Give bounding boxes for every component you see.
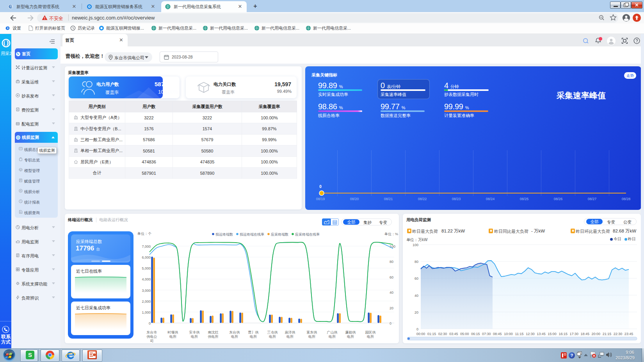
svg-text:00:00: 00:00 (416, 332, 425, 336)
svg-text:08/20: 08/20 (350, 197, 359, 201)
svg-text:3,000: 3,000 (142, 289, 151, 293)
svg-text:电所: 电所 (231, 335, 238, 339)
svg-text:0: 0 (390, 321, 391, 325)
svg-text:三仓供: 三仓供 (267, 330, 278, 334)
svg-text:10:00: 10:00 (504, 332, 513, 336)
svg-text:15:00: 15:00 (548, 332, 557, 336)
svg-text:司: 司 (150, 339, 154, 343)
svg-text:电所: 电所 (347, 335, 354, 339)
svg-text:供电公: 供电公 (147, 335, 157, 339)
svg-text:08/21: 08/21 (384, 197, 393, 201)
svg-text:20: 20 (390, 306, 393, 310)
svg-text:4,000: 4,000 (142, 277, 151, 281)
svg-text:06:15: 06:15 (471, 332, 480, 336)
svg-text:电所: 电所 (286, 335, 294, 339)
svg-text:投运终端数: 投运终端数 (215, 232, 233, 236)
svg-text:廉贻供: 廉贻供 (345, 330, 356, 334)
svg-text:东台市: 东台市 (146, 330, 157, 334)
svg-text:单位：个: 单位：个 (137, 232, 151, 236)
svg-text:08/27: 08/27 (588, 197, 597, 201)
svg-text:6,000: 6,000 (142, 256, 151, 259)
svg-text:16:15: 16:15 (559, 332, 568, 336)
svg-text:2,000: 2,000 (142, 300, 151, 303)
svg-text:07:30: 07:30 (482, 332, 491, 336)
svg-text:电所: 电所 (191, 335, 198, 339)
svg-text:曹丿供: 曹丿供 (248, 330, 259, 334)
svg-text:08/22: 08/22 (418, 197, 427, 201)
svg-text:富东供: 富东供 (307, 330, 317, 334)
svg-text:08/24: 08/24 (486, 197, 495, 201)
svg-text:11:15: 11:15 (515, 332, 524, 336)
svg-text:0: 0 (416, 327, 418, 331)
svg-text:南沈灶: 南沈灶 (208, 330, 219, 334)
svg-text:03:45: 03:45 (449, 332, 458, 336)
svg-text:5,000: 5,000 (142, 266, 151, 270)
svg-text:13:45: 13:45 (537, 332, 546, 336)
svg-text:60: 60 (415, 277, 418, 280)
svg-text:02:30: 02:30 (438, 332, 447, 336)
svg-text:广山供: 广山供 (327, 330, 338, 334)
svg-text:东台供: 东台供 (229, 330, 240, 334)
svg-text:08/19: 08/19 (316, 197, 325, 201)
svg-text:80: 80 (415, 260, 418, 264)
svg-text:应采终端数: 应采终端数 (271, 232, 288, 236)
svg-text:80: 80 (390, 260, 393, 264)
svg-text:08/28: 08/28 (622, 197, 631, 201)
svg-text:08/25: 08/25 (520, 197, 529, 201)
svg-text:40: 40 (415, 294, 418, 298)
svg-text:0: 0 (319, 185, 322, 189)
svg-text:安丰供: 安丰供 (189, 330, 200, 334)
svg-text:08:45: 08:45 (493, 332, 502, 336)
svg-text:01:15: 01:15 (427, 332, 436, 336)
svg-text:7,000: 7,000 (142, 245, 151, 248)
svg-text:20: 20 (415, 311, 418, 314)
svg-text:1,000: 1,000 (142, 311, 151, 314)
svg-text:应采终端在线率: 应采终端在线率 (295, 232, 320, 236)
svg-text:05:00: 05:00 (460, 332, 469, 336)
svg-text:电所: 电所 (367, 335, 374, 339)
svg-text:0: 0 (149, 321, 151, 325)
svg-text:供电所: 供电所 (208, 335, 219, 339)
svg-text:单位：%: 单位：% (384, 232, 398, 236)
svg-text:电所: 电所 (169, 335, 176, 339)
svg-text:40: 40 (390, 291, 393, 295)
svg-text:20:00: 20:00 (592, 332, 601, 336)
svg-text:22:30: 22:30 (614, 332, 623, 336)
svg-text:投运终端在线率: 投运终端在线率 (240, 232, 264, 236)
svg-text:17:30: 17:30 (569, 332, 578, 336)
svg-text:23:45: 23:45 (624, 332, 633, 336)
svg-text:08/23: 08/23 (452, 197, 461, 201)
svg-text:21:15: 21:15 (603, 332, 612, 336)
svg-text:电所: 电所 (250, 335, 257, 339)
svg-text:园区供: 园区供 (365, 330, 376, 334)
svg-text:电所: 电所 (308, 335, 315, 339)
svg-text:电所: 电所 (329, 335, 336, 339)
svg-text:60: 60 (390, 275, 393, 279)
svg-text:18:45: 18:45 (581, 332, 590, 336)
svg-text:12:30: 12:30 (526, 332, 535, 336)
svg-text:08/26: 08/26 (554, 197, 563, 201)
svg-text:时堰供: 时堰供 (168, 330, 178, 334)
svg-text:100: 100 (413, 243, 418, 247)
svg-text:唐洋供: 唐洋供 (285, 330, 295, 334)
svg-text:电所: 电所 (269, 335, 276, 339)
